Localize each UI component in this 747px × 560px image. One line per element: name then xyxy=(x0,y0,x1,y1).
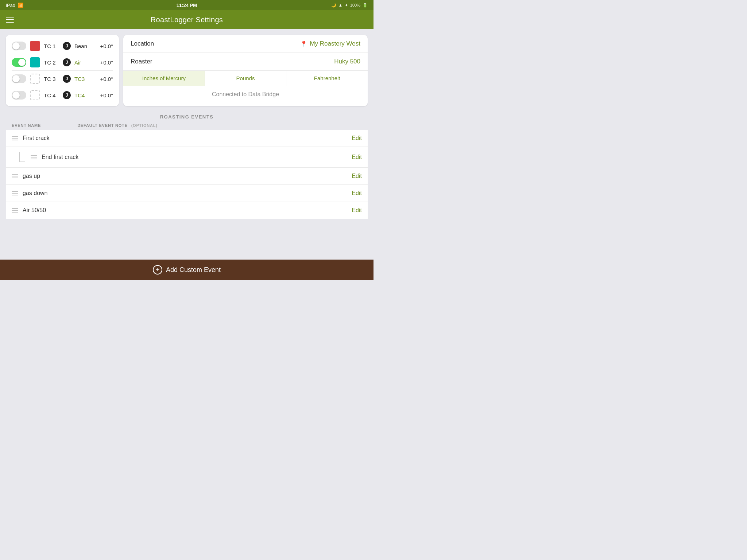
events-section: ROASTING EVENTS EVENT NAME DEFAULT EVENT… xyxy=(6,110,368,130)
tc4-toggle[interactable] xyxy=(12,91,26,100)
top-row: TC 1 J Bean +0.0° TC 2 J Air +0.0° xyxy=(6,35,368,106)
tc4-offset: +0.0° xyxy=(100,92,113,98)
tc3-color xyxy=(30,74,40,84)
location-value: My Roastery West xyxy=(310,40,360,47)
tc4-label: TC 4 xyxy=(44,92,59,98)
tc1-name: Bean xyxy=(74,43,96,49)
tc-panel: TC 1 J Bean +0.0° TC 2 J Air +0.0° xyxy=(6,35,119,106)
event-row-air-5050: Air 50/50 Edit xyxy=(6,202,368,219)
tc-row-2: TC 2 J Air +0.0° xyxy=(12,54,113,71)
drag-handle-2[interactable] xyxy=(31,155,37,159)
app-header: RoastLogger Settings xyxy=(0,10,374,29)
battery-icon: 🔋 xyxy=(363,3,368,8)
events-list: First crack Edit End first crack Edit ga… xyxy=(6,130,368,219)
tc1-toggle[interactable] xyxy=(12,42,26,50)
add-custom-event-bar[interactable]: + Add Custom Event xyxy=(0,260,374,280)
weight-unit-btn[interactable]: Pounds xyxy=(205,71,287,86)
edit-btn-5[interactable]: Edit xyxy=(352,207,362,214)
event-row-gas-down: gas down Edit xyxy=(6,185,368,202)
unit-selector-row: Inches of Mercury Pounds Fahrenheit xyxy=(123,71,368,86)
status-time: 11:24 PM xyxy=(177,3,197,8)
battery-label: 100% xyxy=(350,3,360,7)
tc4-name: TC4 xyxy=(74,92,96,98)
event-row-end-first-crack: End first crack Edit xyxy=(6,147,368,168)
menu-button[interactable] xyxy=(6,17,14,23)
sub-event-indicator xyxy=(19,152,25,162)
event-note-col-header: DEFAULT EVENT NOTE (OPTIONAL) xyxy=(77,123,158,128)
roaster-value: Huky 500 xyxy=(334,58,360,65)
event-name-2: End first crack xyxy=(42,154,347,160)
tc-row-1: TC 1 J Bean +0.0° xyxy=(12,38,113,54)
drag-handle-1[interactable] xyxy=(12,136,18,140)
event-name-5: Air 50/50 xyxy=(23,207,347,214)
drag-handle-4[interactable] xyxy=(12,191,18,195)
drag-handle-3[interactable] xyxy=(12,174,18,178)
add-event-label: Add Custom Event xyxy=(166,266,221,274)
page-title: RoastLogger Settings xyxy=(151,16,223,24)
tc3-name: TC3 xyxy=(74,76,96,82)
tc-row-3: TC 3 J TC3 +0.0° xyxy=(12,71,113,87)
tc2-name: Air xyxy=(74,59,96,66)
status-left: iPad 📶 xyxy=(6,3,23,8)
location-value-group: 📍 My Roastery West xyxy=(300,40,360,47)
event-name-1: First crack xyxy=(23,135,347,141)
wifi-icon: 📶 xyxy=(18,3,23,8)
temp-unit-btn[interactable]: Fahrenheit xyxy=(286,71,368,86)
events-header: EVENT NAME DEFAULT EVENT NOTE (OPTIONAL) xyxy=(6,122,368,130)
status-right: 🌙 ▲ ✦ 100% 🔋 xyxy=(331,3,368,8)
events-section-title: ROASTING EVENTS xyxy=(6,110,368,122)
connection-status: Connected to Data Bridge xyxy=(123,86,368,103)
add-event-icon: + xyxy=(153,265,162,275)
tc3-toggle[interactable] xyxy=(12,74,26,83)
tc4-badge: J xyxy=(63,91,71,99)
tc3-offset: +0.0° xyxy=(100,76,113,82)
moon-icon: 🌙 xyxy=(331,3,336,8)
tc3-label: TC 3 xyxy=(44,76,59,82)
drag-handle-5[interactable] xyxy=(12,208,18,213)
location-pin-icon: 📍 xyxy=(300,40,307,47)
event-name-3: gas up xyxy=(23,173,347,179)
settings-panel: Location 📍 My Roastery West Roaster Huky… xyxy=(123,35,368,106)
tc1-badge: J xyxy=(63,42,71,50)
edit-btn-4[interactable]: Edit xyxy=(352,190,362,197)
bluetooth-icon: ✦ xyxy=(345,3,348,8)
tc3-badge: J xyxy=(63,75,71,83)
edit-btn-2[interactable]: Edit xyxy=(352,154,362,160)
event-name-col-header: EVENT NAME xyxy=(12,123,41,128)
tc4-color xyxy=(30,90,40,100)
tc2-color xyxy=(30,57,40,67)
tc2-badge: J xyxy=(63,58,71,66)
ipad-label: iPad xyxy=(6,3,15,8)
roaster-label: Roaster xyxy=(131,58,152,65)
tc2-offset: +0.0° xyxy=(100,59,113,66)
event-row-gas-up: gas up Edit xyxy=(6,168,368,185)
main-content: TC 1 J Bean +0.0° TC 2 J Air +0.0° xyxy=(0,29,374,260)
location-icon-status: ▲ xyxy=(338,3,342,7)
tc1-offset: +0.0° xyxy=(100,43,113,49)
event-row-first-crack: First crack Edit xyxy=(6,130,368,147)
tc2-toggle[interactable] xyxy=(12,58,26,67)
tc1-color xyxy=(30,41,40,51)
tc-row-4: TC 4 J TC4 +0.0° xyxy=(12,87,113,103)
status-bar: iPad 📶 11:24 PM 🌙 ▲ ✦ 100% 🔋 xyxy=(0,0,374,10)
location-label: Location xyxy=(131,40,154,47)
tc1-label: TC 1 xyxy=(44,43,59,49)
edit-btn-3[interactable]: Edit xyxy=(352,173,362,179)
edit-btn-1[interactable]: Edit xyxy=(352,135,362,141)
tc2-label: TC 2 xyxy=(44,59,59,66)
pressure-unit-btn[interactable]: Inches of Mercury xyxy=(123,71,205,86)
roaster-row: Roaster Huky 500 xyxy=(123,53,368,71)
location-row: Location 📍 My Roastery West xyxy=(123,35,368,53)
event-name-4: gas down xyxy=(23,190,347,197)
